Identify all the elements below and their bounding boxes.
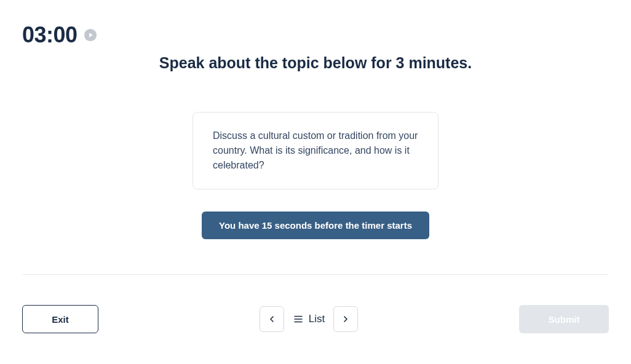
chevron-left-icon [267,314,277,324]
timer-area: 03:00 [22,22,97,48]
footer: Exit List [22,305,609,333]
prev-button[interactable] [260,306,284,332]
chevron-right-icon [341,314,351,324]
play-icon[interactable] [84,28,97,42]
next-button[interactable] [333,306,358,332]
submit-button[interactable]: Submit [519,305,609,333]
instruction-heading: Speak about the topic below for 3 minute… [0,54,631,72]
exit-button[interactable]: Exit [22,305,98,333]
countdown-message: You have 15 seconds before the timer sta… [219,220,412,231]
exit-button-label: Exit [52,314,69,325]
topic-prompt: Discuss a cultural custom or tradition f… [213,129,418,173]
timer-value: 03:00 [22,22,77,48]
footer-divider [22,274,609,275]
list-button-label: List [309,313,325,325]
submit-button-label: Submit [549,314,580,325]
topic-card: Discuss a cultural custom or tradition f… [192,112,439,189]
nav-group: List [260,306,358,332]
list-icon [293,314,304,325]
countdown-banner: You have 15 seconds before the timer sta… [202,212,429,239]
list-button[interactable]: List [290,313,327,325]
